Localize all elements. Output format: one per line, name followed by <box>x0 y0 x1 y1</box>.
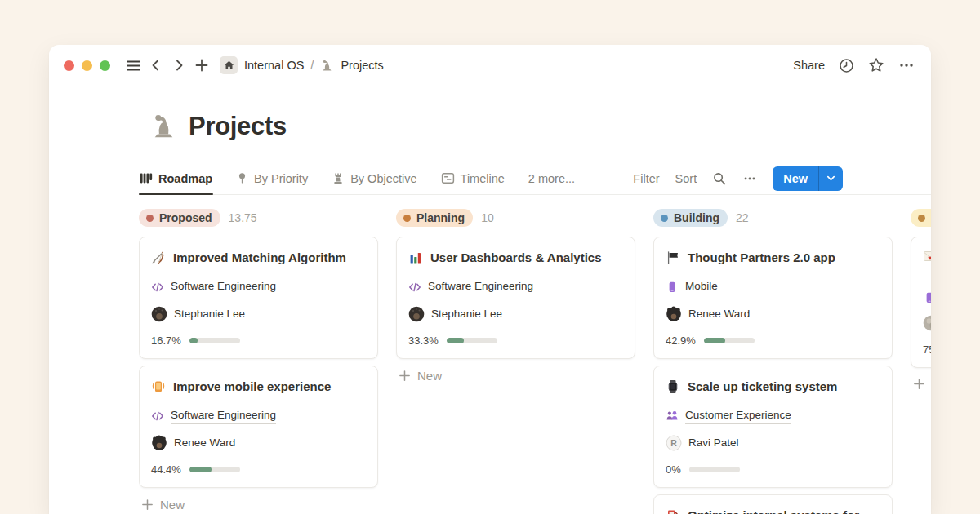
share-button[interactable]: Share <box>793 59 825 72</box>
new-button[interactable]: New <box>773 166 843 191</box>
person-row[interactable]: Stephanie Lee <box>151 306 366 322</box>
tag-label: Software Engineering <box>171 278 276 295</box>
plus-icon <box>141 498 154 511</box>
black-flag-icon <box>666 250 680 265</box>
add-card-button[interactable]: New <box>396 367 635 384</box>
person-row[interactable]: R Ravi Patel <box>666 435 880 451</box>
progress-row: 0% <box>666 463 880 475</box>
view-toolbar: Roadmap By Priority By Objective Timelin… <box>139 162 931 195</box>
breadcrumb-separator: / <box>310 59 314 72</box>
card-title: Thought Partners 2.0 app <box>688 249 835 267</box>
column-header[interactable]: T <box>911 208 931 228</box>
minimize-window-button[interactable] <box>82 60 92 71</box>
status-dot <box>403 215 411 222</box>
filter-button[interactable]: Filter <box>633 172 659 185</box>
project-card[interactable]: Scale up ticketing system Customer Exper… <box>653 366 893 488</box>
back-icon[interactable] <box>145 54 167 77</box>
vibration-phone-icon <box>151 379 166 394</box>
board-column-proposed: Proposed 13.75 Improved Matching Algorit… <box>139 208 378 513</box>
code-icon <box>151 410 164 423</box>
person-row[interactable]: Stephanie Lee <box>408 306 623 322</box>
progress-label: 0% <box>666 463 681 476</box>
status-pill: Building <box>653 209 728 227</box>
tab-more-views[interactable]: 2 more... <box>528 162 576 194</box>
team-tag[interactable]: Customer Experience <box>666 407 880 424</box>
status-label: Proposed <box>159 211 212 224</box>
plus-icon <box>913 378 925 390</box>
team-tag[interactable]: Software Engineering <box>408 278 623 295</box>
column-count: 22 <box>736 211 749 224</box>
project-card[interactable]: Thought Partners 2.0 app Mobile Renee Wa… <box>653 237 893 359</box>
project-card[interactable]: User Dashboards & Analytics Software Eng… <box>396 237 635 359</box>
progress-label: 16.7% <box>151 335 181 347</box>
progress-bar <box>704 338 755 343</box>
card-title: User Dashboards & Analytics <box>430 249 602 267</box>
maximize-window-button[interactable] <box>100 60 110 71</box>
purple-phone-icon <box>666 281 679 294</box>
sort-button[interactable]: Sort <box>675 172 697 185</box>
card-title: Improve mobile experience <box>173 378 331 396</box>
status-pill: Planning <box>396 209 473 227</box>
progress-label: 44.4% <box>151 463 181 476</box>
person-row[interactable] <box>923 315 931 331</box>
add-card-button[interactable] <box>911 376 931 392</box>
status-dot <box>146 215 154 222</box>
view-options-icon[interactable] <box>742 171 757 186</box>
more-options-icon[interactable] <box>898 57 915 73</box>
person-row[interactable]: Renee Ward <box>151 435 366 451</box>
board-column-planning: Planning 10 User Dashboards & Analytics … <box>396 208 635 384</box>
page-title: Projects <box>189 112 287 141</box>
initial-avatar: R <box>666 435 682 451</box>
board-column-building: Building 22 Thought Partners 2.0 app Mob… <box>653 208 893 514</box>
tab-by-objective[interactable]: By Objective <box>331 162 417 194</box>
column-count: 13.75 <box>229 211 257 224</box>
forward-icon[interactable] <box>167 54 190 77</box>
person-name: Renee Ward <box>174 435 235 451</box>
column-header[interactable]: Building 22 <box>653 208 893 228</box>
progress-bar <box>189 467 240 472</box>
board-icon <box>140 171 153 185</box>
progress-row: 75 <box>923 343 931 355</box>
column-header[interactable]: Planning 10 <box>396 208 635 228</box>
favorite-star-icon[interactable] <box>868 57 884 73</box>
status-label: Building <box>674 211 719 224</box>
breadcrumb-page[interactable]: Projects <box>341 59 383 72</box>
project-card[interactable]: 75 <box>911 237 931 368</box>
project-card[interactable]: Improve mobile experience Software Engin… <box>139 366 378 488</box>
tab-by-priority[interactable]: By Priority <box>235 162 309 194</box>
breadcrumb: Internal OS / Projects <box>220 56 384 74</box>
person-row[interactable]: Renee Ward <box>666 306 880 322</box>
microscope-icon <box>320 59 334 73</box>
column-count: 10 <box>481 211 494 224</box>
fuel-pump-icon <box>666 508 680 514</box>
team-tag[interactable]: Software Engineering <box>151 407 366 424</box>
chevron-down-icon[interactable] <box>819 166 843 191</box>
team-tag[interactable] <box>923 291 931 304</box>
sidebar-menu-icon[interactable] <box>122 54 145 77</box>
tab-roadmap[interactable]: Roadmap <box>139 162 213 194</box>
new-button-label[interactable]: New <box>773 166 818 191</box>
column-header[interactable]: Proposed 13.75 <box>139 208 378 228</box>
add-card-button[interactable]: New <box>139 496 378 513</box>
photo-avatar <box>923 315 931 331</box>
breadcrumb-workspace[interactable]: Internal OS <box>244 59 304 72</box>
team-tag[interactable]: Software Engineering <box>151 278 366 295</box>
tag-label: Software Engineering <box>428 278 533 295</box>
rook-icon <box>332 171 345 185</box>
project-card[interactable]: Optimize internal systems for <box>653 494 893 514</box>
stephanie-avatar <box>408 306 425 322</box>
home-icon[interactable] <box>220 56 238 74</box>
people-icon <box>666 410 679 423</box>
project-card[interactable]: Improved Matching Algorithm Software Eng… <box>139 237 378 359</box>
close-window-button[interactable] <box>64 60 74 71</box>
progress-label: 42.9% <box>666 335 696 347</box>
search-icon[interactable] <box>712 171 727 186</box>
love-letter-icon <box>923 249 931 264</box>
tab-timeline[interactable]: Timeline <box>440 162 506 194</box>
history-clock-icon[interactable] <box>839 58 854 73</box>
page-icon-microscope[interactable] <box>149 112 179 142</box>
new-page-plus-icon[interactable] <box>190 54 213 77</box>
team-tag[interactable]: Mobile <box>666 278 880 295</box>
status-dot <box>661 215 668 222</box>
app-window: Internal OS / Projects Share Projects <box>49 45 931 514</box>
